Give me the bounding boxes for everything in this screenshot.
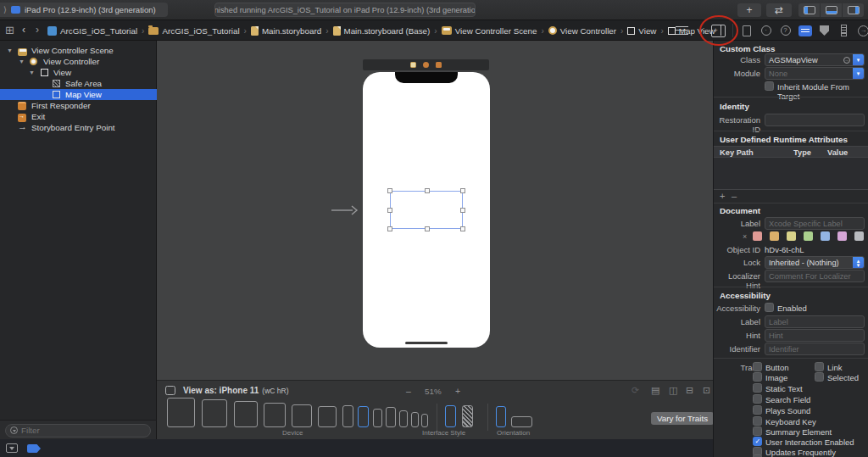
scene-dock-exit-icon[interactable] [436, 62, 442, 68]
dropdown-button[interactable]: ▾ [853, 53, 864, 66]
tab-size-inspector[interactable] [837, 24, 851, 38]
localizer-hint-field[interactable]: Comment For Localizer [765, 270, 865, 282]
accessibility-hint-field[interactable]: Hint [765, 329, 865, 342]
tab-file-inspector[interactable] [739, 24, 754, 38]
outline-item-map-view[interactable]: Map View [0, 89, 157, 100]
add-attribute-button[interactable]: + [720, 191, 725, 201]
resize-handle[interactable] [460, 208, 465, 213]
align-icon[interactable]: ◫ [669, 385, 677, 396]
device-thumb-iphone-5[interactable] [399, 410, 408, 427]
tab-quick-help[interactable]: ? [778, 24, 793, 38]
hide-outline-button[interactable] [6, 443, 18, 453]
module-field[interactable]: None ▾ [765, 67, 865, 80]
resize-handle[interactable] [387, 208, 392, 213]
tab-attributes-inspector[interactable] [817, 24, 832, 38]
dropdown-button[interactable]: ▾ [853, 67, 864, 80]
color-swatch-blue[interactable] [821, 231, 830, 241]
editor-swap-button[interactable]: ⇄ [766, 3, 792, 17]
zoom-level[interactable]: 51% [425, 387, 442, 396]
resize-handle[interactable] [387, 188, 392, 193]
remove-attribute-button[interactable]: – [732, 191, 737, 201]
outline-item-view-controller[interactable]: ▼ View Controller [0, 56, 157, 67]
color-swatch-orange[interactable] [770, 231, 779, 241]
trait-checkbox-button[interactable] [753, 362, 762, 371]
breadcrumb-view-controller[interactable]: View Controller [548, 26, 616, 36]
breadcrumb-scene[interactable]: View Controller Scene [442, 26, 537, 36]
trait-checkbox-selected[interactable] [815, 372, 824, 382]
swatch-clear[interactable]: × [743, 232, 747, 241]
view-as-button[interactable]: View as: iPhone 11(wC hR) [183, 386, 288, 395]
outline-item-safe-area[interactable]: Safe Area [0, 78, 157, 89]
stepper-icon[interactable]: ▴▾ [853, 256, 864, 269]
color-swatch-gray[interactable] [854, 231, 864, 241]
device-thumb-iphone-4[interactable] [386, 407, 396, 427]
device-thumb-iphone-11-selected[interactable] [358, 406, 369, 427]
document-label-field[interactable]: Xcode Specific Label [765, 217, 865, 230]
outline-item-first-responder[interactable]: First Responder [0, 100, 157, 111]
outline-item-scene[interactable]: ▼ View Controller Scene [0, 45, 157, 56]
resize-handle[interactable] [460, 226, 465, 231]
orientation-landscape-thumb[interactable] [511, 416, 532, 427]
color-swatch-purple[interactable] [837, 231, 847, 241]
zoom-out-button[interactable]: – [406, 386, 411, 396]
trait-checkbox-keyboard-key[interactable] [753, 416, 762, 426]
trait-checkbox-image[interactable] [753, 372, 762, 382]
breadcrumb-project[interactable]: ArcGIS_iOS_Tutorial [47, 26, 137, 36]
trait-checkbox-link[interactable] [815, 362, 824, 371]
resize-handle[interactable] [460, 188, 465, 193]
zoom-in-button[interactable]: + [455, 386, 460, 396]
resize-handle[interactable] [425, 226, 430, 231]
disclosure-triangle-icon[interactable]: ▼ [19, 59, 25, 64]
back-button[interactable]: ‹ [22, 24, 25, 36]
resize-handle[interactable] [387, 226, 392, 231]
toggle-debug-area-button[interactable] [821, 3, 842, 17]
document-outline-toggle[interactable] [676, 26, 688, 35]
tab-connections-inspector[interactable]: → [856, 24, 868, 38]
storyboard-entry-point-arrow[interactable] [331, 205, 359, 215]
device-thumb-iphone-6[interactable] [411, 412, 419, 427]
iphone-preview[interactable] [363, 72, 490, 348]
toggle-inspector-button[interactable] [843, 3, 864, 17]
resize-handle[interactable] [425, 188, 430, 193]
device-thumb-ipad-1[interactable] [167, 398, 195, 427]
tab-identity-inspector[interactable] [798, 24, 812, 38]
accessibility-label-field[interactable]: Label [765, 315, 865, 328]
scene-dock-view-controller-icon[interactable] [410, 62, 416, 68]
restoration-id-field[interactable] [765, 114, 865, 126]
vary-for-traits-button[interactable]: Vary for Traits [651, 412, 714, 425]
trait-checkbox-summary-element[interactable] [753, 426, 762, 436]
device-thumb-ipad-4[interactable] [264, 403, 286, 427]
trait-checkbox-user-interaction[interactable] [753, 437, 762, 446]
breadcrumb-storyboard[interactable]: Main.storyboard [251, 26, 321, 36]
trait-checkbox-static-text[interactable] [753, 383, 762, 393]
class-field[interactable]: AGSMapView → ▾ [765, 53, 865, 66]
jump-to-class-icon[interactable]: → [843, 57, 850, 64]
orientation-portrait-thumb[interactable] [496, 406, 506, 427]
color-swatch-green[interactable] [804, 231, 813, 241]
add-constraints-icon[interactable]: ⊟ [686, 385, 693, 396]
run-destination-selector[interactable]: ⟩ iPad Pro (12.9-inch) (3rd generation) [0, 3, 168, 17]
breadcrumb-group[interactable]: ArcGIS_iOS_Tutorial [148, 26, 239, 36]
interface-style-light-thumb[interactable] [445, 405, 456, 427]
device-thumb-ipad-3[interactable] [234, 401, 258, 427]
runtime-attributes-table[interactable] [714, 158, 868, 190]
map-view-selection[interactable] [390, 191, 463, 229]
trait-checkbox-search-field[interactable] [753, 394, 762, 404]
color-swatch-red[interactable] [753, 231, 762, 241]
device-thumb-iphone-7[interactable] [421, 414, 428, 427]
device-thumb-iphone-3[interactable] [373, 409, 382, 427]
related-items-icon[interactable]: ⊞ [5, 25, 15, 36]
disclosure-triangle-icon[interactable]: ▼ [7, 47, 13, 53]
inherit-module-checkbox[interactable] [765, 81, 774, 91]
interface-style-dark-thumb[interactable] [462, 405, 473, 427]
color-swatch-yellow[interactable] [787, 231, 796, 241]
accessibility-enabled-checkbox[interactable] [765, 303, 774, 312]
library-add-button[interactable]: + [737, 3, 761, 17]
embed-in-stack-icon[interactable]: ▤ [651, 385, 659, 396]
device-thumb-ipad-5[interactable] [292, 404, 312, 427]
scene-dock-first-responder-icon[interactable] [423, 62, 429, 68]
accessibility-identifier-field[interactable]: Identifier [765, 343, 865, 355]
outline-item-entry-point[interactable]: → Storyboard Entry Point [0, 122, 157, 133]
lock-popup[interactable]: Inherited - (Nothing) ▴▾ [765, 256, 865, 269]
toggle-navigator-button[interactable] [798, 3, 820, 17]
